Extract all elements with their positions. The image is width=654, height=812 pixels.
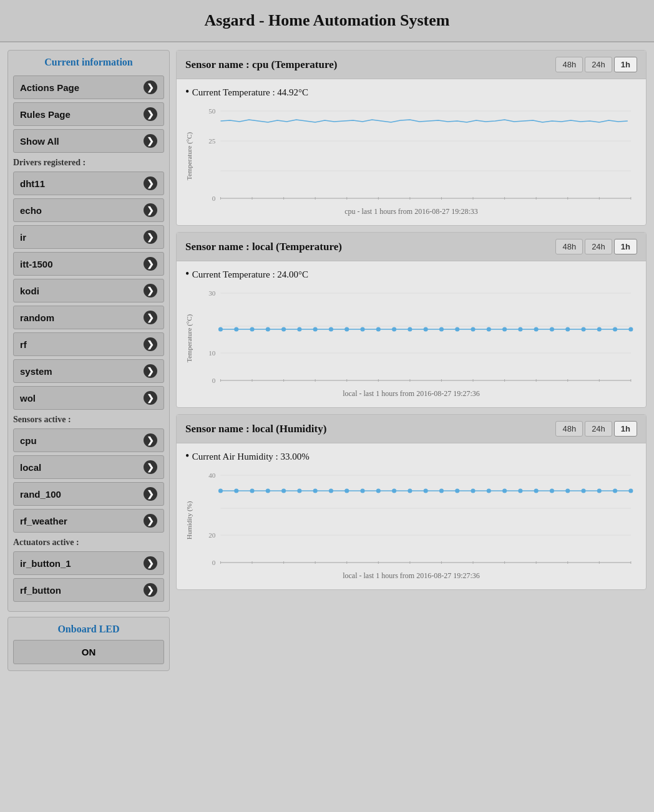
cpu-temp-time-buttons: 48h 24h 1h: [555, 57, 637, 72]
page-header: Asgard - Home Automation System: [0, 0, 654, 42]
driver-echo-button[interactable]: echo ❯: [13, 198, 164, 222]
driver-kodi-label: kodi: [20, 286, 39, 296]
actuator-rfbutton-button[interactable]: rf_button ❯: [13, 578, 164, 602]
svg-text:20: 20: [208, 531, 216, 539]
actuators-title: Actuators active :: [13, 538, 164, 548]
svg-point-157: [628, 489, 633, 493]
local-temp-1h-button[interactable]: 1h: [614, 239, 637, 254]
cpu-temp-chart: 50 25 0: [195, 105, 637, 205]
svg-text:25: 25: [208, 137, 216, 145]
local-humidity-body: Current Air Humidity : 33.00% Humidity (…: [177, 443, 646, 589]
local-temp-header: Sensor name : local (Temperature) 48h 24…: [177, 233, 646, 261]
local-humidity-48h-button[interactable]: 48h: [555, 421, 583, 437]
local-temp-card: Sensor name : local (Temperature) 48h 24…: [176, 232, 647, 408]
sensors-title: Sensors active :: [13, 415, 164, 425]
rules-page-button[interactable]: Rules Page ❯: [13, 102, 164, 126]
onboard-section: Onboard LED ON: [7, 617, 170, 671]
driver-dht11-label: dht11: [20, 178, 45, 189]
local-humidity-y-label: Humidity (%): [185, 470, 193, 570]
driver-wol-chevron-icon: ❯: [144, 391, 157, 405]
local-humidity-time-buttons: 48h 24h 1h: [555, 421, 637, 437]
cpu-temp-24h-button[interactable]: 24h: [585, 57, 612, 72]
driver-dht11-chevron-icon: ❯: [144, 176, 157, 190]
driver-rf-label: rf: [20, 339, 27, 350]
driver-kodi-button[interactable]: kodi ❯: [13, 279, 164, 302]
local-humidity-header: Sensor name : local (Humidity) 48h 24h 1…: [177, 415, 646, 443]
svg-text:0: 0: [212, 559, 216, 566]
driver-wol-label: wol: [20, 393, 36, 404]
sensor-cpu-label: cpu: [20, 435, 37, 446]
local-temp-body: Current Temperature : 24.00°C Temperatur…: [177, 261, 646, 407]
local-temp-time-buttons: 48h 24h 1h: [555, 239, 637, 254]
local-temp-48h-button[interactable]: 48h: [555, 239, 583, 254]
driver-system-label: system: [20, 366, 52, 377]
page-title: Asgard - Home Automation System: [11, 11, 643, 30]
driver-system-chevron-icon: ❯: [144, 364, 157, 378]
local-humidity-chart-area: 40 20 0: [195, 469, 637, 571]
cpu-temp-footnote: cpu - last 1 hours from 2016-08-27 19:28…: [185, 207, 637, 216]
local-temp-y-label: Temperature (°C): [185, 288, 193, 388]
actions-page-chevron-icon: ❯: [144, 80, 157, 94]
driver-itt1500-label: itt-1500: [20, 259, 53, 269]
svg-text:30: 30: [208, 289, 216, 297]
driver-dht11-button[interactable]: dht11 ❯: [13, 172, 164, 195]
show-all-button[interactable]: Show All ❯: [13, 129, 164, 153]
local-humidity-card: Sensor name : local (Humidity) 48h 24h 1…: [176, 414, 647, 590]
cpu-temp-1h-button[interactable]: 1h: [614, 57, 637, 72]
driver-ir-chevron-icon: ❯: [144, 230, 157, 244]
svg-point-82: [628, 327, 633, 332]
driver-ir-label: ir: [20, 232, 26, 243]
actuator-irbutton1-button[interactable]: ir_button_1 ❯: [13, 551, 164, 575]
driver-echo-label: echo: [20, 205, 42, 216]
local-temp-24h-button[interactable]: 24h: [585, 239, 612, 254]
rules-page-chevron-icon: ❯: [144, 107, 157, 121]
svg-text:10: 10: [208, 349, 216, 357]
sidebar-title: Current information: [13, 57, 164, 70]
sensor-rfweather-label: rf_weather: [20, 516, 67, 526]
sensor-rfweather-chevron-icon: ❯: [144, 514, 157, 528]
actions-page-button[interactable]: Actions Page ❯: [13, 75, 164, 99]
cpu-temp-card: Sensor name : cpu (Temperature) 48h 24h …: [176, 50, 647, 226]
local-humidity-current: Current Air Humidity : 33.00%: [185, 450, 637, 463]
local-temp-title: Sensor name : local (Temperature): [185, 241, 342, 253]
local-humidity-footnote: local - last 1 hours from 2016-08-27 19:…: [185, 571, 637, 581]
driver-rf-chevron-icon: ❯: [144, 337, 157, 351]
onboard-on-button[interactable]: ON: [13, 640, 164, 664]
svg-text:0: 0: [212, 377, 216, 384]
svg-text:0: 0: [212, 195, 216, 202]
driver-system-button[interactable]: system ❯: [13, 359, 164, 383]
cpu-temp-header: Sensor name : cpu (Temperature) 48h 24h …: [177, 51, 646, 79]
sensor-local-label: local: [20, 462, 41, 473]
driver-kodi-chevron-icon: ❯: [144, 284, 157, 297]
driver-random-label: random: [20, 312, 54, 323]
driver-random-chevron-icon: ❯: [144, 311, 157, 324]
local-humidity-chart-wrapper: Humidity (%) 40 20 0: [185, 469, 637, 571]
driver-echo-chevron-icon: ❯: [144, 203, 157, 217]
cpu-temp-current: Current Temperature : 44.92°C: [185, 85, 637, 99]
sensor-rand100-button[interactable]: rand_100 ❯: [13, 482, 164, 506]
driver-random-button[interactable]: random ❯: [13, 306, 164, 329]
local-temp-footnote: local - last 1 hours from 2016-08-27 19:…: [185, 389, 637, 399]
sensor-rand100-chevron-icon: ❯: [144, 487, 157, 501]
drivers-title: Drivers registered :: [13, 158, 164, 168]
driver-itt1500-button[interactable]: itt-1500 ❯: [13, 252, 164, 276]
svg-text:50: 50: [208, 107, 216, 115]
cpu-temp-y-label: Temperature (°C): [185, 106, 193, 206]
local-humidity-1h-button[interactable]: 1h: [614, 421, 637, 437]
driver-wol-button[interactable]: wol ❯: [13, 386, 164, 410]
local-humidity-24h-button[interactable]: 24h: [585, 421, 612, 437]
actuator-irbutton1-chevron-icon: ❯: [144, 556, 157, 570]
cpu-temp-chart-area: 50 25 0: [195, 105, 637, 207]
sidebar-main-section: Current information Actions Page ❯ Rules…: [7, 50, 170, 612]
sensor-cpu-button[interactable]: cpu ❯: [13, 428, 164, 452]
driver-ir-button[interactable]: ir ❯: [13, 225, 164, 249]
actuator-irbutton1-label: ir_button_1: [20, 558, 71, 569]
sidebar: Current information Actions Page ❯ Rules…: [7, 50, 170, 671]
driver-rf-button[interactable]: rf ❯: [13, 332, 164, 356]
svg-text:40: 40: [208, 471, 216, 479]
cpu-temp-48h-button[interactable]: 48h: [555, 57, 583, 72]
sensor-local-button[interactable]: local ❯: [13, 455, 164, 479]
sensor-rfweather-button[interactable]: rf_weather ❯: [13, 509, 164, 533]
cpu-temp-chart-wrapper: Temperature (°C) 50 25 0: [185, 105, 637, 207]
actuator-rfbutton-label: rf_button: [20, 585, 61, 596]
